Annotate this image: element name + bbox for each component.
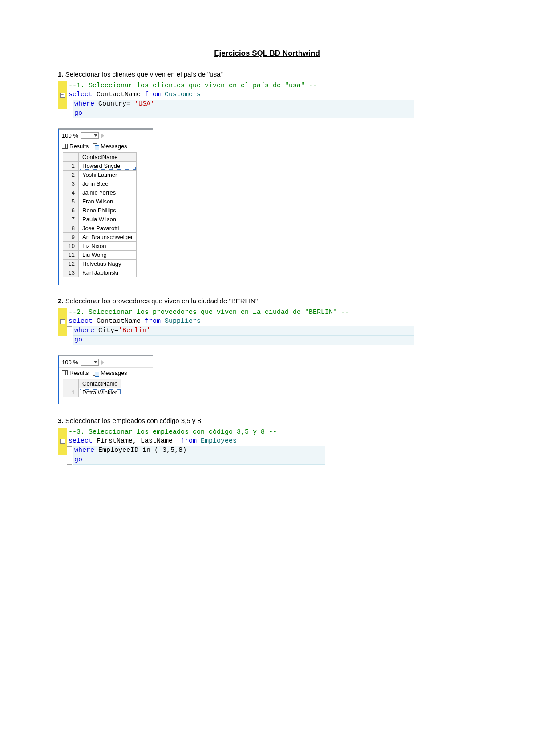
table-row: 1Howard Snyder <box>63 162 137 171</box>
question-2-text: Seleccionar los proveedores que viven en… <box>65 297 258 305</box>
question-1: 1. Seleccionar los clientes que viven en… <box>58 70 476 78</box>
messages-icon <box>93 143 99 149</box>
table-row: 2Yoshi Latimer <box>63 171 137 179</box>
fold-bracket <box>67 109 72 118</box>
messages-icon <box>93 370 99 376</box>
question-3-number: 3. <box>58 417 65 424</box>
editor-gutter <box>58 100 67 109</box>
question-2-number: 2. <box>58 297 65 305</box>
text-cursor <box>82 111 82 117</box>
table-row: 4Jaime Yorres <box>63 188 137 197</box>
fold-bracket <box>67 446 72 455</box>
fold-bracket <box>67 100 72 109</box>
editor-gutter <box>58 308 67 317</box>
sql-line: where EmployeeID in ( 3,5,8) <box>73 446 325 455</box>
column-header[interactable]: ContactName <box>79 379 121 388</box>
zoom-row: 100 % <box>59 356 153 367</box>
results-grid-2: ContactName 1Petra Winkler <box>63 379 121 397</box>
chevron-down-icon <box>94 134 97 137</box>
results-grid-1: ContactName 1Howard Snyder 2Yoshi Latime… <box>63 152 137 277</box>
grid-icon <box>62 144 68 149</box>
sql-editor-1: --1. Seleccionar los clientes que viven … <box>58 81 414 118</box>
tab-results[interactable]: Results <box>62 143 89 150</box>
zoom-row: 100 % <box>59 130 153 141</box>
sql-line: go <box>73 455 325 465</box>
cell[interactable]: Helvetius Nagy <box>79 260 137 268</box>
table-row: 13Karl Jablonski <box>63 268 137 277</box>
zoom-level: 100 % <box>62 132 78 139</box>
table-row: 11Liu Wong <box>63 251 137 260</box>
play-icon <box>101 134 104 138</box>
sql-line: go <box>73 336 414 345</box>
table-row: 1Petra Winkler <box>63 388 121 397</box>
cell[interactable]: Jose Pavarotti <box>79 224 137 233</box>
fold-toggle-icon[interactable]: − <box>60 93 65 98</box>
table-row: 5Fran Wilson <box>63 197 137 206</box>
zoom-dropdown[interactable] <box>81 359 99 366</box>
editor-gutter <box>58 109 67 118</box>
results-tabs: Results Messages <box>59 141 153 152</box>
grid-icon <box>62 370 68 375</box>
sql-line: where Country= 'USA' <box>73 100 414 109</box>
editor-gutter: − <box>58 90 67 99</box>
cell[interactable]: Liz Nixon <box>79 242 137 251</box>
table-row: 6Rene Phillips <box>63 206 137 215</box>
question-1-number: 1. <box>58 70 65 78</box>
fold-toggle-icon[interactable]: − <box>60 439 65 444</box>
table-row: 3John Steel <box>63 179 137 188</box>
cell[interactable]: Paula Wilson <box>79 215 137 224</box>
sql-line: where City='Berlin' <box>73 326 414 336</box>
sql-comment: --1. Seleccionar los clientes que viven … <box>67 81 414 90</box>
editor-gutter: − <box>58 317 67 326</box>
text-cursor <box>82 457 82 463</box>
results-panel-1: 100 % Results Messages ContactName 1Howa… <box>58 128 153 285</box>
cell[interactable]: John Steel <box>79 179 137 188</box>
play-icon <box>101 360 104 365</box>
table-row: 8Jose Pavarotti <box>63 224 137 233</box>
document-page: Ejercicios SQL BD Northwind 1. Seleccion… <box>0 0 534 756</box>
sql-editor-2: --2. Seleccionar los proveedores que viv… <box>58 308 414 345</box>
editor-gutter: − <box>58 437 67 446</box>
table-row: 7Paula Wilson <box>63 215 137 224</box>
editor-gutter <box>58 446 67 455</box>
sql-comment: --2. Seleccionar los proveedores que viv… <box>67 308 414 317</box>
results-panel-2: 100 % Results Messages ContactName 1Petr… <box>58 355 153 404</box>
cell[interactable]: Liu Wong <box>79 251 137 260</box>
corner-cell <box>63 153 79 162</box>
tab-results[interactable]: Results <box>62 370 89 376</box>
sql-line: select ContactName from Customers <box>67 90 414 99</box>
question-2: 2. Seleccionar los proveedores que viven… <box>58 297 476 305</box>
cell[interactable]: Art Braunschweiger <box>79 233 137 242</box>
sql-line: select FirstName, LastName from Employee… <box>67 437 325 446</box>
zoom-dropdown[interactable] <box>81 132 99 139</box>
cell[interactable]: Petra Winkler <box>79 388 121 397</box>
chevron-down-icon <box>94 361 97 363</box>
fold-bracket <box>67 455 72 465</box>
cell[interactable]: Fran Wilson <box>79 197 137 206</box>
question-3: 3. Seleccionar los empleados con código … <box>58 417 476 424</box>
sql-line: go <box>73 109 414 118</box>
question-1-text: Seleccionar los clientes que viven en el… <box>65 70 223 78</box>
cell[interactable]: Yoshi Latimer <box>79 171 137 179</box>
tab-messages[interactable]: Messages <box>93 370 127 376</box>
table-row: 10Liz Nixon <box>63 242 137 251</box>
question-3-text: Seleccionar los empleados con código 3,5… <box>65 417 201 424</box>
editor-gutter <box>58 455 67 465</box>
sql-line: select ContactName from Suppliers <box>67 317 414 326</box>
cell[interactable]: Howard Snyder <box>79 162 137 171</box>
cell[interactable]: Karl Jablonski <box>79 268 137 277</box>
editor-gutter <box>58 336 67 345</box>
fold-toggle-icon[interactable]: − <box>60 319 65 324</box>
fold-bracket <box>67 326 72 336</box>
text-cursor <box>82 337 82 344</box>
cell[interactable]: Rene Phillips <box>79 206 137 215</box>
page-title: Ejercicios SQL BD Northwind <box>58 49 476 58</box>
cell[interactable]: Jaime Yorres <box>79 188 137 197</box>
sql-comment: --3. Seleccionar los empleados con códig… <box>67 428 325 437</box>
tab-messages[interactable]: Messages <box>93 143 127 150</box>
column-header[interactable]: ContactName <box>79 153 137 162</box>
zoom-level: 100 % <box>62 359 78 366</box>
editor-gutter <box>58 81 67 90</box>
editor-gutter <box>58 428 67 437</box>
sql-editor-3: --3. Seleccionar los empleados con códig… <box>58 428 325 465</box>
